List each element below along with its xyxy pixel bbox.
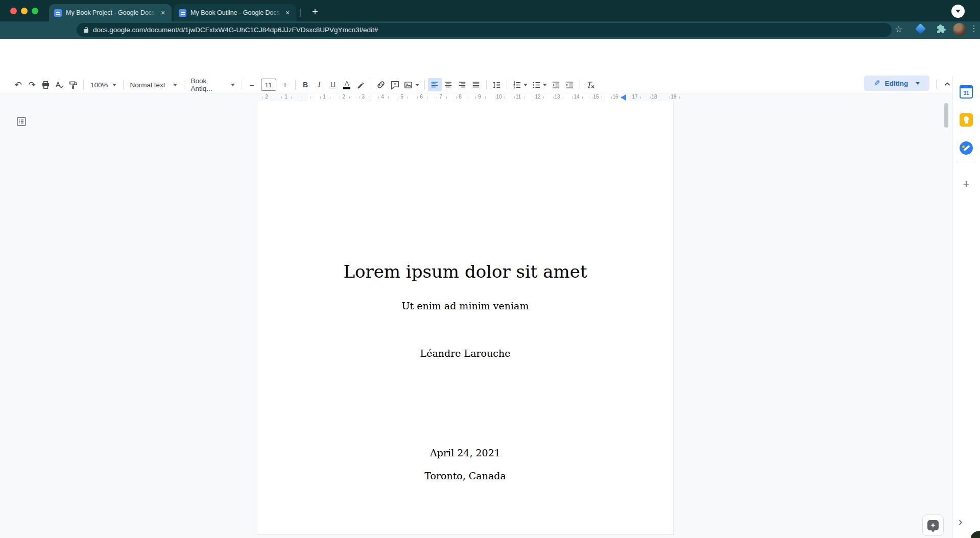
bold-button[interactable]: B <box>299 78 313 91</box>
doc-author[interactable]: Léandre Larouche <box>257 348 673 359</box>
insert-link-icon[interactable] <box>374 78 388 91</box>
left-indent-marker[interactable] <box>312 93 319 101</box>
ruler-tick <box>262 96 262 99</box>
redo-icon[interactable]: ↷ <box>25 78 39 91</box>
ruler-number: 1 <box>284 94 288 100</box>
ruler-tick <box>340 96 340 99</box>
ruler[interactable]: 2112345678910111213141516171819 <box>0 93 952 101</box>
font-name-value: Book Antiq... <box>191 77 227 92</box>
zoom-select[interactable]: 100% <box>87 78 120 91</box>
add-addon-button[interactable]: + <box>960 178 973 191</box>
align-right-button[interactable] <box>456 78 469 91</box>
ruler-tick <box>611 96 612 99</box>
search-tabs-button[interactable] <box>951 5 965 18</box>
clear-formatting-icon[interactable] <box>583 78 597 91</box>
numbered-list-icon[interactable] <box>510 78 530 91</box>
tab-my-book-project[interactable]: My Book Project - Google Docs × <box>49 4 172 21</box>
spellcheck-icon[interactable] <box>53 78 66 91</box>
ruler-tick <box>514 96 515 99</box>
ruler-number: 9 <box>478 94 481 100</box>
keep-icon[interactable] <box>960 113 973 127</box>
expand-side-panel-icon[interactable]: › <box>959 516 962 529</box>
tasks-icon[interactable] <box>960 141 973 155</box>
increase-font-size-button[interactable]: + <box>278 78 292 91</box>
ruler-number: 4 <box>381 94 384 100</box>
ruler-tick <box>553 96 554 99</box>
zoom-window-button[interactable] <box>32 8 38 14</box>
doc-subtitle[interactable]: Ut enim ad minim veniam <box>257 300 673 311</box>
left-indent-triangle <box>312 93 318 101</box>
explore-button[interactable] <box>922 515 944 536</box>
font-family-select[interactable]: Book Antiq... <box>187 78 238 91</box>
new-tab-button[interactable]: + <box>307 4 323 19</box>
insert-image-icon[interactable] <box>402 78 421 91</box>
document-outline-icon[interactable] <box>15 115 28 128</box>
bookmark-star-icon[interactable]: ☆ <box>895 24 902 35</box>
highlight-color-icon[interactable] <box>354 78 368 91</box>
document-canvas[interactable]: Lorem ipsum dolor sit amet Ut enim ad mi… <box>0 101 952 538</box>
tab-my-book-outline[interactable]: My Book Outline - Google Docs × <box>174 4 296 21</box>
ruler-tick <box>330 96 330 99</box>
ruler-tick <box>349 96 350 99</box>
right-indent-marker[interactable] <box>620 94 626 101</box>
undo-icon[interactable]: ↶ <box>11 78 25 91</box>
doc-date[interactable]: April 24, 2021 <box>257 447 673 458</box>
close-tab-icon[interactable]: × <box>158 8 168 17</box>
ruler-tick <box>378 96 379 99</box>
window-controls <box>10 8 38 14</box>
text-color-bar <box>343 87 350 89</box>
side-panel: 31 + › <box>952 77 980 538</box>
ruler-tick <box>417 96 418 99</box>
doc-location[interactable]: Toronto, Canada <box>257 470 673 481</box>
paint-format-icon[interactable] <box>66 78 80 91</box>
tab-title-fade <box>269 4 282 21</box>
ruler-number: 12 <box>535 94 540 100</box>
align-left-button[interactable] <box>428 78 442 91</box>
close-window-button[interactable] <box>10 8 17 14</box>
ruler-tick <box>582 96 583 99</box>
calendar-icon[interactable]: 31 <box>960 85 973 99</box>
text-color-button[interactable]: A <box>340 78 354 91</box>
browser-profile-avatar[interactable] <box>953 23 966 36</box>
bulleted-list-icon[interactable] <box>530 78 549 91</box>
ruler-number: 11 <box>516 94 521 100</box>
toolbar-divider <box>242 80 242 89</box>
zoom-value: 100% <box>90 81 108 89</box>
address-bar[interactable]: docs.google.com/document/d/1jwDCFxIxW4G-… <box>77 23 892 37</box>
docs-header: My Book Project ☆ File Edit View Insert … <box>0 39 980 77</box>
chevron-down-icon <box>231 84 235 86</box>
paragraph-style-value: Normal text <box>130 81 165 89</box>
underline-button[interactable]: U <box>326 78 340 91</box>
decrease-font-size-button[interactable]: – <box>245 78 259 91</box>
lock-icon[interactable] <box>84 29 88 33</box>
justify-button[interactable] <box>469 78 483 91</box>
editing-mode-select[interactable]: ✎ Editing <box>864 76 929 91</box>
browser-menu-icon[interactable]: ⋮ <box>970 23 978 33</box>
italic-button[interactable]: I <box>313 78 326 91</box>
tab-title: My Book Outline - Google Docs <box>190 9 280 16</box>
line-spacing-icon[interactable] <box>490 78 504 91</box>
doc-heading[interactable]: Lorem ipsum dolor sit amet <box>257 261 673 282</box>
ruler-tick <box>281 96 282 99</box>
sparkle-icon <box>930 523 936 528</box>
decrease-indent-icon[interactable] <box>549 78 563 91</box>
extensions-puzzle-icon[interactable] <box>936 23 946 34</box>
chevron-down-icon <box>112 84 116 86</box>
font-size-input[interactable]: 11 <box>261 79 276 91</box>
vertical-scrollbar[interactable] <box>944 103 948 128</box>
docs-favicon-icon <box>54 9 62 17</box>
add-comment-icon[interactable] <box>388 78 402 91</box>
ruler-tick <box>359 96 360 99</box>
close-tab-icon[interactable]: × <box>283 8 292 17</box>
minimize-window-button[interactable] <box>21 8 28 14</box>
pencil-icon: ✎ <box>874 79 880 88</box>
calendar-day: 31 <box>963 90 969 96</box>
increase-indent-icon[interactable] <box>563 78 577 91</box>
document-page[interactable]: Lorem ipsum dolor sit amet Ut enim ad mi… <box>257 101 674 535</box>
toolbar-divider <box>184 80 184 89</box>
ruler-number: 19 <box>671 94 676 100</box>
align-center-button[interactable] <box>442 78 456 91</box>
docs-favicon-icon <box>179 9 186 17</box>
print-icon[interactable] <box>39 78 53 91</box>
paragraph-style-select[interactable]: Normal text <box>127 78 181 91</box>
